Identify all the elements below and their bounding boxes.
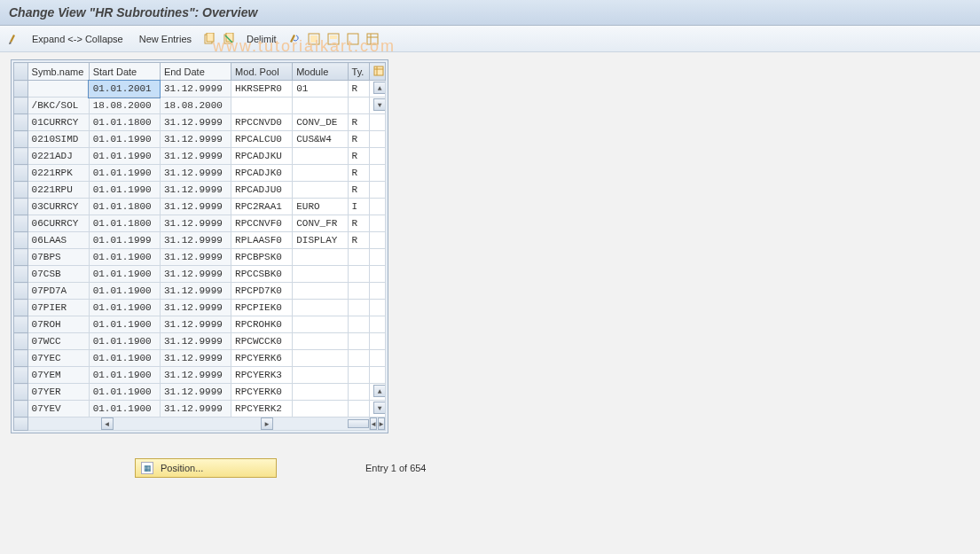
cell-start[interactable]: 01.01.1900 (89, 367, 160, 384)
vscroll-up-icon[interactable]: ▲ (373, 82, 385, 94)
cell-ty[interactable]: I (348, 199, 370, 215)
cell-start[interactable]: 01.01.2001 (89, 81, 160, 98)
cell-symb[interactable]: 07PIER (27, 300, 89, 316)
cell-module[interactable] (293, 98, 348, 114)
row-selector[interactable] (14, 182, 28, 199)
cell-end[interactable]: 31.12.9999 (160, 266, 231, 283)
cell-module[interactable] (293, 182, 348, 199)
vscroll-cell[interactable] (370, 199, 386, 215)
cell-ty[interactable]: R (348, 148, 370, 165)
vscroll-cell[interactable] (370, 266, 386, 283)
cell-symb[interactable]: 07CSB (27, 266, 89, 283)
row-selector[interactable] (14, 131, 28, 148)
cell-ty[interactable]: R (348, 81, 370, 98)
cell-symb[interactable]: 07YEC (27, 350, 89, 367)
cell-pool[interactable]: HKRSEPR0 (231, 81, 293, 98)
cell-pool[interactable]: RPCCSBK0 (231, 266, 293, 283)
row-selector[interactable] (14, 384, 28, 401)
cell-symb[interactable]: 0221ADJ (27, 148, 89, 165)
cell-ty[interactable] (348, 266, 370, 283)
cell-ty[interactable]: R (348, 114, 370, 131)
row-selector[interactable] (14, 249, 28, 266)
cell-symb[interactable]: /BKC/SOL (27, 98, 89, 114)
cell-module[interactable] (293, 384, 348, 401)
row-selector[interactable] (14, 81, 28, 98)
cell-symb[interactable]: 06CURRCY (27, 215, 89, 232)
cell-ty[interactable] (348, 316, 370, 333)
cell-ty[interactable]: R (348, 131, 370, 148)
cell-start[interactable]: 01.01.1900 (89, 249, 160, 266)
deselect-all-icon[interactable] (346, 32, 360, 46)
row-selector[interactable] (14, 215, 28, 232)
vscroll-cell[interactable] (370, 114, 386, 131)
cell-end[interactable]: 31.12.9999 (160, 131, 231, 148)
cell-end[interactable]: 31.12.9999 (160, 350, 231, 367)
cell-end[interactable]: 31.12.9999 (160, 215, 231, 232)
vscroll-cell[interactable] (370, 249, 386, 266)
cell-symb[interactable]: 07YER (27, 384, 89, 401)
cell-pool[interactable]: RPCYERK2 (231, 401, 293, 417)
cell-start[interactable]: 01.01.1900 (89, 316, 160, 333)
cell-pool[interactable]: RPCCNVD0 (231, 114, 293, 131)
cell-end[interactable]: 31.12.9999 (160, 165, 231, 182)
table-config-icon[interactable] (370, 63, 386, 81)
cell-start[interactable]: 01.01.1900 (89, 401, 160, 417)
cell-ty[interactable] (348, 98, 370, 114)
vscroll-cell[interactable] (370, 367, 386, 384)
vscroll-cell[interactable] (370, 182, 386, 199)
vscroll-cell[interactable] (370, 283, 386, 300)
cell-ty[interactable] (348, 333, 370, 350)
toggle-display-icon[interactable] (7, 32, 21, 46)
cell-module[interactable]: CUS&W4 (293, 131, 348, 148)
cell-symb[interactable]: 01CURRCY (27, 114, 89, 131)
cell-symb[interactable]: 06LAAS (27, 232, 89, 249)
cell-ty[interactable]: R (348, 232, 370, 249)
cell-pool[interactable]: RPCCNVF0 (231, 215, 293, 232)
cell-end[interactable]: 31.12.9999 (160, 300, 231, 316)
cell-start[interactable]: 01.01.1900 (89, 300, 160, 316)
cell-module[interactable] (293, 266, 348, 283)
vscroll-cell[interactable]: ▲ (370, 384, 386, 401)
col-symb[interactable]: Symb.name (27, 63, 89, 81)
select-all-header[interactable] (14, 63, 28, 81)
vscroll-cell[interactable] (370, 300, 386, 316)
cell-pool[interactable]: RPCADJK0 (231, 165, 293, 182)
col-module[interactable]: Module (293, 63, 348, 81)
undo-change-icon[interactable] (287, 32, 302, 46)
cell-start[interactable]: 01.01.1990 (89, 182, 160, 199)
cell-ty[interactable] (348, 384, 370, 401)
cell-symb[interactable]: 0221RPK (27, 165, 89, 182)
cell-symb[interactable]: 03CURRCY (27, 199, 89, 215)
cell-end[interactable]: 31.12.9999 (160, 316, 231, 333)
row-selector[interactable] (14, 367, 28, 384)
cell-start[interactable]: 01.01.1990 (89, 148, 160, 165)
cell-ty[interactable] (348, 367, 370, 384)
cell-start[interactable]: 01.01.1900 (89, 333, 160, 350)
cell-start[interactable]: 18.08.2000 (89, 98, 160, 114)
vscroll-cell[interactable]: ▼ (370, 98, 386, 114)
cell-module[interactable] (293, 316, 348, 333)
cell-ty[interactable]: R (348, 215, 370, 232)
cell-pool[interactable]: RPCPD7K0 (231, 283, 293, 300)
cell-symb[interactable]: 0221RPU (27, 182, 89, 199)
cell-symb[interactable]: 07WCC (27, 333, 89, 350)
cell-end[interactable]: 31.12.9999 (160, 81, 231, 98)
vscroll-cell[interactable] (370, 232, 386, 249)
row-selector[interactable] (14, 316, 28, 333)
cell-module[interactable] (293, 148, 348, 165)
cell-start[interactable]: 01.01.1900 (89, 283, 160, 300)
select-all-icon[interactable] (307, 32, 321, 46)
hscroll-left-icon[interactable]: ◄ (101, 417, 114, 430)
cell-pool[interactable]: RPCALCU0 (231, 131, 293, 148)
cell-module[interactable] (293, 300, 348, 316)
vscroll-cell[interactable] (370, 165, 386, 182)
delimit-button[interactable]: Delimit (241, 32, 282, 46)
new-entries-button[interactable]: New Entries (134, 32, 197, 46)
hscroll-right-icon[interactable]: ► (261, 417, 273, 430)
cell-symb[interactable]: 07YEM (27, 367, 89, 384)
cell-pool[interactable]: RPCADJKU (231, 148, 293, 165)
cell-module[interactable] (293, 283, 348, 300)
col-start[interactable]: Start Date (89, 63, 160, 81)
cell-end[interactable]: 31.12.9999 (160, 283, 231, 300)
col-end[interactable]: End Date (160, 63, 231, 81)
